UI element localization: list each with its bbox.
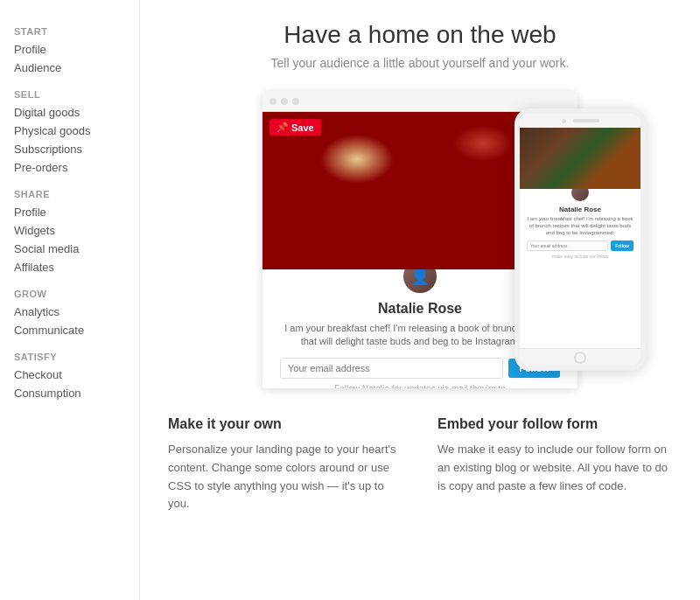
feature-embed-follow-form: Embed your follow formWe make it easy to… — [438, 416, 672, 513]
sidebar-section-satisfy: Satisfy — [14, 352, 125, 362]
sidebar-section-start: Start — [14, 26, 125, 37]
sidebar-item-checkout[interactable]: Checkout — [14, 366, 125, 384]
mobile-follow-button[interactable]: Follow — [611, 241, 634, 251]
avatar-icon: 👤 — [410, 267, 430, 286]
sidebar-item-consumption[interactable]: Consumption — [14, 384, 125, 402]
sidebar-item-physical-goods[interactable]: Physical goods — [14, 122, 125, 140]
feature-make-it-your-own: Make it your ownPersonalize your landing… — [168, 416, 402, 513]
sidebar-section-grow: Grow — [14, 289, 125, 299]
sidebar-section-sell: Sell — [14, 89, 125, 100]
feature-title-make-it-your-own: Make it your own — [168, 416, 402, 432]
sidebar-item-digital-goods[interactable]: Digital goods — [14, 103, 125, 122]
sidebar-item-subscriptions[interactable]: Subscriptions — [14, 140, 125, 158]
mobile-follow-link: make easy include our follow — [527, 254, 634, 259]
sidebar-item-audience[interactable]: Audience — [14, 59, 125, 77]
follow-link: Follow Natalie for updates via mail they… — [280, 384, 560, 388]
feature-text-make-it-your-own: Personalize your landing page to your he… — [168, 441, 402, 513]
sidebar-item-communicate[interactable]: Communicate — [14, 321, 125, 339]
preview-area: 📌 Save 👤 Natalie Rose I am your breakfas… — [168, 91, 672, 388]
page-header: Have a home on the web Tell your audienc… — [168, 21, 672, 70]
main-content: Have a home on the web Tell your audienc… — [140, 0, 700, 600]
sidebar-item-analytics[interactable]: Analytics — [14, 303, 125, 321]
sidebar-item-share-profile[interactable]: Profile — [14, 203, 125, 221]
mobile-profile-card: Natalie Rose I am your breakfast chef! I… — [520, 189, 640, 268]
mobile-preview: Natalie Rose I am your breakfast chef! I… — [514, 108, 646, 371]
feature-title-embed-follow-form: Embed your follow form — [438, 416, 672, 432]
browser-dot-1 — [270, 98, 276, 105]
mobile-email-input[interactable] — [527, 241, 608, 251]
mobile-profile-name: Natalie Rose — [527, 206, 634, 213]
mobile-hero-image — [520, 128, 640, 189]
feature-text-embed-follow-form: We make it easy to include our follow fo… — [438, 441, 672, 495]
sidebar-item-pre-orders[interactable]: Pre-orders — [14, 158, 125, 177]
sidebar-section-share: Share — [14, 189, 125, 199]
mobile-home-button — [574, 352, 586, 364]
mobile-email-row: Follow — [527, 241, 634, 251]
email-input[interactable] — [280, 358, 503, 379]
mobile-speaker-bar — [573, 119, 599, 122]
save-icon: 📌 — [276, 122, 289, 133]
browser-dot-3 — [292, 98, 299, 105]
features-section: Make it your ownPersonalize your landing… — [168, 416, 672, 513]
mobile-bottom-bar — [520, 348, 640, 366]
save-label: Save — [291, 122, 314, 133]
sidebar-item-affiliates[interactable]: Affilates — [14, 258, 125, 276]
mobile-speaker — [520, 114, 640, 128]
sidebar-item-social-media[interactable]: Social media — [14, 240, 125, 258]
sidebar: StartProfileAudienceSellDigital goodsPhy… — [0, 0, 140, 600]
sidebar-item-profile[interactable]: Profile — [14, 40, 125, 59]
mobile-profile-bio: I am your breakfast chef! I'm releasing … — [527, 216, 634, 236]
mobile-camera — [562, 119, 566, 123]
page-subtitle: Tell your audience a little about yourse… — [168, 56, 672, 70]
browser-dot-2 — [281, 98, 288, 105]
sidebar-item-widgets[interactable]: Widgets — [14, 221, 125, 240]
page-title: Have a home on the web — [168, 21, 672, 49]
save-badge[interactable]: 📌 Save — [270, 119, 321, 136]
